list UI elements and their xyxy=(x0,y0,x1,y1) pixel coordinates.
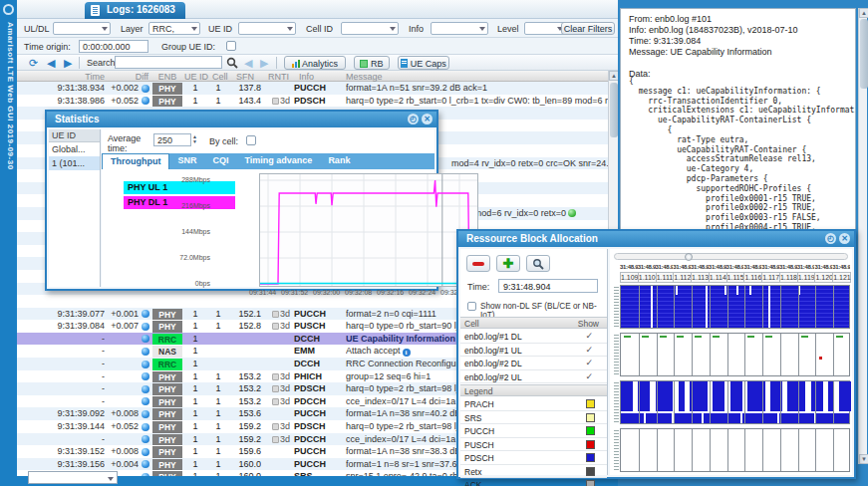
column-separator xyxy=(657,429,658,471)
remove-cell-button[interactable] xyxy=(466,255,490,272)
app-screen: Amarisoft LTE Web GUI 2019-09-30 Logs: 1… xyxy=(0,0,868,486)
average-time-input[interactable]: 250 xyxy=(153,133,191,146)
diff-dot-icon xyxy=(142,410,149,418)
by-cell-checkbox[interactable] xyxy=(246,135,256,145)
stats-tab-throughput[interactable]: Throughput xyxy=(102,153,169,169)
back-icon[interactable]: ◀ xyxy=(47,57,55,70)
binoculars-search-icon[interactable] xyxy=(226,57,238,69)
col-header-ueid[interactable]: UE ID xyxy=(184,72,210,82)
cell-enb: PHY xyxy=(152,446,182,458)
refresh-icon[interactable]: ⟳ xyxy=(29,57,38,70)
col-header-cell[interactable]: Cell xyxy=(212,72,232,82)
search-input[interactable] xyxy=(115,56,222,69)
add-cell-button[interactable]: ✚ xyxy=(496,255,520,272)
cellid-select[interactable] xyxy=(341,22,399,35)
stats-tab-rank[interactable]: Rank xyxy=(320,153,358,169)
stats-tab-snr[interactable]: SNR xyxy=(169,153,204,169)
analytics-button[interactable]: Analytics xyxy=(284,56,346,70)
info-select[interactable] xyxy=(431,22,488,35)
tab-logs[interactable]: Logs: 1626083 xyxy=(85,2,185,19)
uldl-select[interactable] xyxy=(53,22,111,35)
level-select[interactable] xyxy=(524,22,566,35)
col-header-diff[interactable]: Diff xyxy=(107,72,148,82)
ue-id-list: UE ID Global...1 (101... xyxy=(49,129,101,287)
window-close-icon[interactable]: ✕ xyxy=(422,114,433,124)
rb-window-title[interactable]: Ressource Block Allocation xyxy=(458,231,854,247)
column-separator xyxy=(780,334,781,375)
cell-info: DCCH xyxy=(294,334,344,344)
ueid-select[interactable] xyxy=(238,22,296,35)
window-popout-icon[interactable]: ◴ xyxy=(408,114,419,124)
column-separator xyxy=(639,286,640,328)
rb-time-input[interactable]: 9:31:48.904 xyxy=(498,279,598,293)
scroll-thumb[interactable] xyxy=(610,83,618,137)
rb-button[interactable]: RB xyxy=(354,56,390,70)
next-match-icon[interactable]: ▶ xyxy=(260,57,268,70)
stats-tab-cqi[interactable]: CQI xyxy=(205,153,237,169)
layer-select[interactable]: RRC, xyxy=(148,22,200,35)
column-separator xyxy=(657,286,658,328)
detail-vscrollbar[interactable]: ▲ ▼ xyxy=(858,8,867,464)
rb-cell-row[interactable]: enb0.log/#2 UL✓ xyxy=(460,370,607,384)
col-header-time[interactable]: Time xyxy=(17,72,105,82)
cell-time: 9:31:38.934 xyxy=(17,83,105,93)
scroll-down-icon[interactable]: ▼ xyxy=(859,454,868,464)
col-header-message[interactable]: Message xyxy=(346,72,465,82)
clear-filters-button[interactable]: Clear Filters xyxy=(561,22,615,35)
col-header-sfn[interactable]: SFN xyxy=(236,72,264,82)
statistics-window-title[interactable]: Statistics xyxy=(47,112,436,127)
rb-cell-row[interactable]: enb0.log/#1 UL✓ xyxy=(460,344,607,358)
spinner-arrows[interactable]: ▲▼ xyxy=(192,134,197,144)
x-axis-tick: 09:31:52 xyxy=(281,289,308,296)
column-separator xyxy=(710,334,711,375)
column-separator xyxy=(727,334,728,375)
prev-match-icon[interactable]: ◀ xyxy=(244,57,252,70)
separator xyxy=(276,57,277,69)
rb-cell-row[interactable]: enb0.log/#2 DL✓ xyxy=(460,357,607,370)
group-ueid-checkbox[interactable] xyxy=(226,41,236,51)
time-origin-input[interactable]: 0:00:00.000 xyxy=(79,40,148,53)
table-row[interactable]: 9:31:38.934+0.002PHY11137.8PUCCHformat=1… xyxy=(17,82,618,95)
column-separator xyxy=(815,381,816,423)
rb-time-slider[interactable] xyxy=(614,253,848,260)
rb-cell-row[interactable]: enb0.log/#1 DL✓ xyxy=(460,330,607,344)
cell-sfn: 160.0 xyxy=(229,459,261,469)
show-checkbox[interactable]: ✓ xyxy=(585,371,593,381)
ue-list-item[interactable]: Global... xyxy=(49,142,100,156)
rb-legend-item: SRS xyxy=(460,411,607,425)
ue-caps-button[interactable]: UE Caps xyxy=(398,56,449,70)
cell-info: EMM xyxy=(294,346,344,356)
pusch-mark xyxy=(819,357,822,360)
scroll-thumb[interactable] xyxy=(860,19,868,89)
y-axis-tick: 0bps xyxy=(166,280,210,287)
column-separator xyxy=(762,381,763,423)
grid-subframe-label: 1.119 xyxy=(797,272,816,283)
y-axis-tick: 216Mbps xyxy=(166,202,210,209)
column-separator xyxy=(639,334,640,375)
non-dl-sf-checkbox[interactable] xyxy=(467,302,476,311)
show-checkbox[interactable]: ✓ xyxy=(585,331,593,341)
window-popout-icon[interactable]: ◴ xyxy=(825,233,836,244)
brand-logo-icon xyxy=(3,4,14,15)
cell-ueid: 1 xyxy=(184,434,206,444)
show-checkbox[interactable]: ✓ xyxy=(585,358,593,367)
cell-enb: PHY xyxy=(152,371,182,383)
zoom-button[interactable] xyxy=(526,255,550,272)
slider-knob[interactable] xyxy=(685,253,693,261)
footer-select[interactable] xyxy=(28,471,118,484)
col-header-info[interactable]: Info xyxy=(299,72,339,82)
info-icon[interactable]: i xyxy=(403,349,411,357)
col-header-enb[interactable]: ENB xyxy=(152,72,182,82)
group-ueid-label: Group UE ID: xyxy=(161,42,215,52)
window-close-icon[interactable]: ✕ xyxy=(839,233,850,244)
scroll-up-icon[interactable]: ▲ xyxy=(859,8,868,18)
col-header-rnti[interactable]: RNTI xyxy=(268,72,294,82)
forward-icon[interactable]: ▶ xyxy=(64,57,72,70)
table-row[interactable]: 9:31:38.986+0.052PHY11143.43dPDSCHharq=0… xyxy=(17,95,618,108)
stats-tab-timing-advance[interactable]: Timing advance xyxy=(237,153,321,169)
chevron-down-icon xyxy=(479,27,485,31)
rb-band-1 xyxy=(620,285,850,329)
ue-list-item[interactable]: 1 (101... xyxy=(49,156,100,170)
show-checkbox[interactable]: ✓ xyxy=(585,345,593,355)
chevron-down-icon xyxy=(191,27,197,31)
